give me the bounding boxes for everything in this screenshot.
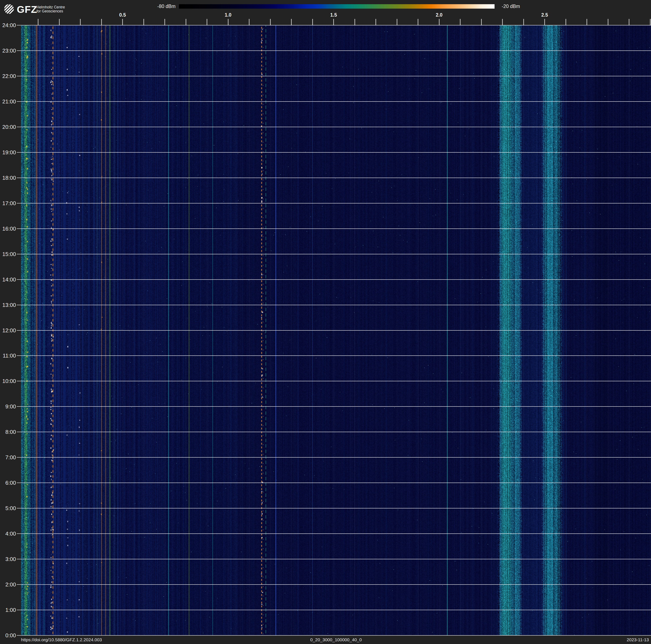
hour-gridline	[17, 152, 651, 153]
frequency-tick	[354, 19, 355, 25]
time-tick-label: 12:00	[0, 327, 16, 333]
time-tick-label: 2:00	[0, 582, 16, 587]
time-tick-label: 22:00	[0, 73, 16, 79]
frequency-tick	[629, 19, 629, 25]
frequency-tick	[312, 19, 313, 25]
time-tick-label: 14:00	[0, 276, 16, 283]
time-tick-label: 6:00	[0, 480, 16, 486]
hour-gridline	[17, 305, 651, 305]
time-tick-label: 1:00	[0, 607, 16, 613]
time-tick-label: 11:00	[0, 353, 16, 358]
hour-gridline	[17, 127, 651, 127]
frequency-tick	[249, 19, 249, 25]
hour-gridline	[17, 610, 651, 610]
gfz-globe-logo-icon	[4, 4, 14, 14]
frequency-tick	[418, 19, 418, 25]
time-tick-label: 24:00	[0, 22, 16, 28]
hour-gridline	[17, 533, 651, 534]
hour-gridline	[17, 584, 651, 585]
frequency-tick	[144, 19, 144, 25]
frequency-tick	[186, 19, 186, 25]
frequency-tick	[80, 19, 81, 25]
frequency-tick	[207, 19, 207, 25]
frequency-tick	[397, 19, 397, 25]
frequency-tick	[650, 19, 651, 25]
time-tick-label: 8:00	[0, 429, 16, 435]
frequency-tick	[375, 19, 376, 25]
date-label: 2023-11-13	[586, 637, 649, 643]
hour-gridline	[17, 355, 651, 356]
frequency-tick	[608, 19, 608, 25]
time-tick-label: 13:00	[0, 302, 16, 308]
hour-gridline	[17, 101, 651, 102]
time-tick-label: 5:00	[0, 505, 16, 511]
hour-gridline	[17, 381, 651, 381]
colorbar-min-label: -80 dBm	[147, 4, 176, 9]
logo-org-line1: Helmholtz Centre	[36, 5, 65, 9]
frequency-tick	[38, 19, 38, 25]
hour-gridline	[17, 559, 651, 559]
hour-gridline	[17, 178, 651, 178]
frequency-tick	[544, 19, 545, 25]
logo-org-line2: for Geosciences	[36, 9, 65, 13]
frequency-tick-label: 1.0	[220, 12, 237, 18]
time-tick-label: 20:00	[0, 124, 16, 130]
hour-gridline	[17, 229, 651, 229]
time-tick-label: 3:00	[0, 556, 16, 562]
frequency-tick-label: 2.5	[536, 12, 553, 18]
hour-gridline	[17, 76, 651, 76]
logo-brand: GFZ	[17, 4, 37, 15]
frequency-tick-label: 0.5	[114, 12, 131, 18]
frequency-tick	[460, 19, 461, 25]
hour-gridline	[17, 635, 651, 636]
frequency-tick	[270, 19, 271, 25]
hour-gridline	[17, 508, 651, 508]
dataset-id-label: 0_20_3000_100000_40_0	[21, 637, 651, 643]
time-tick-label: 18:00	[0, 175, 16, 181]
hour-gridline	[17, 25, 651, 25]
hour-gridline	[17, 432, 651, 432]
hour-gridline	[17, 203, 651, 203]
time-tick-label: 17:00	[0, 200, 16, 206]
colorbar-max-label: -20 dBm	[502, 4, 544, 9]
frequency-tick	[164, 19, 165, 25]
logo-org-name: Helmholtz Centre for Geosciences	[36, 5, 65, 13]
time-tick-label: 0:00	[0, 633, 16, 638]
frequency-tick	[228, 19, 228, 25]
frequency-tick	[502, 19, 503, 25]
frequency-tick	[523, 19, 524, 25]
time-tick-label: 15:00	[0, 251, 16, 257]
hour-gridline	[17, 279, 651, 280]
hour-gridline	[17, 330, 651, 331]
frequency-tick	[101, 19, 102, 25]
time-tick-label: 10:00	[0, 378, 16, 384]
time-tick-label: 19:00	[0, 149, 16, 155]
frequency-tick	[565, 19, 566, 25]
hour-gridline	[17, 457, 651, 458]
frequency-tick-label: 2.0	[431, 12, 447, 18]
hour-gridline	[17, 482, 651, 483]
time-tick-label: 16:00	[0, 226, 16, 232]
hour-gridline	[17, 254, 651, 254]
time-tick-label: 4:00	[0, 531, 16, 536]
frequency-tick	[439, 19, 439, 25]
time-tick-label: 21:00	[0, 98, 16, 105]
time-tick-label: 7:00	[0, 455, 16, 460]
frequency-tick	[333, 19, 334, 25]
frequency-tick	[587, 19, 587, 25]
frequency-tick	[59, 19, 60, 25]
frequency-tick-label: 1.5	[325, 12, 342, 18]
hour-gridline	[17, 406, 651, 407]
hour-gridline	[17, 51, 651, 51]
spectrogram-page: { "header": { "logo": { "brand": "GFZ", …	[0, 0, 651, 644]
frequency-tick	[291, 19, 292, 25]
time-tick-label: 9:00	[0, 404, 16, 409]
frequency-tick	[481, 19, 482, 25]
frequency-tick	[122, 19, 123, 25]
time-tick-label: 23:00	[0, 48, 16, 54]
colorbar-gradient	[179, 4, 495, 9]
